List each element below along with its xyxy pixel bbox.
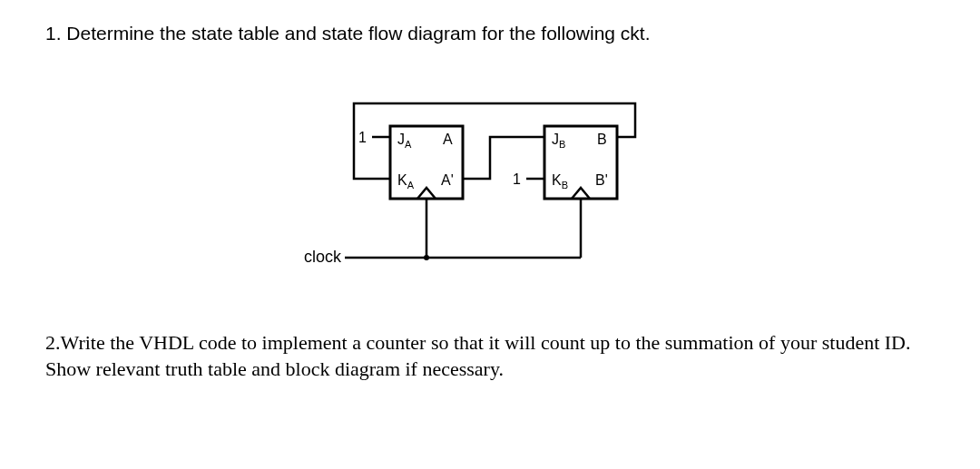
circuit-svg: JA KA A A' 1 JB KB B B' 1: [299, 81, 681, 289]
ffB-j-label: JB: [552, 132, 565, 150]
ffA-clock-triangle-icon: [417, 188, 436, 199]
ffB-clock-triangle-icon: [572, 188, 590, 199]
ffB-qn-label: B': [595, 172, 608, 188]
wire-feedback-b-to-ka: [354, 103, 635, 179]
ffB-k-input-value: 1: [513, 171, 521, 187]
ffB-q-label: B: [597, 132, 607, 147]
ffA-qn-label: A': [441, 172, 454, 188]
clock-label: clock: [304, 248, 342, 266]
clock-junction-dot-icon: [424, 255, 429, 260]
ffA-k-label: KA: [397, 172, 415, 191]
wire-aprime-to-jb: [463, 137, 544, 179]
ffB-k-label: KB: [552, 172, 568, 191]
circuit-diagram: JA KA A A' 1 JB KB B B' 1: [45, 81, 935, 289]
question-2-text: 2.Write the VHDL code to implement a cou…: [45, 330, 935, 382]
ffA-j-label: JA: [397, 132, 412, 150]
ffA-q-label: A: [443, 132, 453, 147]
question-1-text: 1. Determine the state table and state f…: [45, 23, 935, 44]
ffA-j-input-value: 1: [358, 130, 367, 145]
